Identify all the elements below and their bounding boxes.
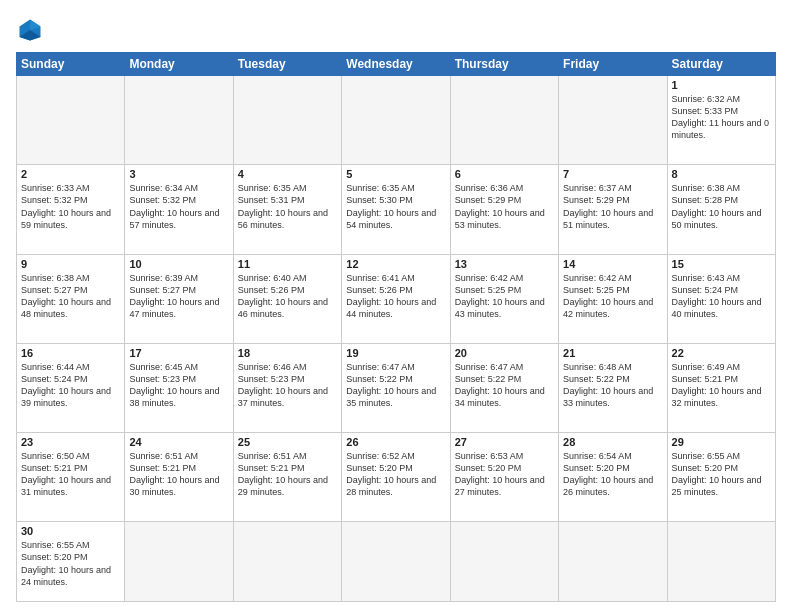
day-number: 11 [238, 258, 337, 270]
day-number: 24 [129, 436, 228, 448]
calendar-cell: 7Sunrise: 6:37 AM Sunset: 5:29 PM Daylig… [559, 165, 667, 254]
day-info: Sunrise: 6:35 AM Sunset: 5:30 PM Dayligh… [346, 182, 445, 231]
day-number: 26 [346, 436, 445, 448]
calendar-cell: 10Sunrise: 6:39 AM Sunset: 5:27 PM Dayli… [125, 254, 233, 343]
calendar-body: 1Sunrise: 6:32 AM Sunset: 5:33 PM Daylig… [17, 76, 776, 602]
day-info: Sunrise: 6:54 AM Sunset: 5:20 PM Dayligh… [563, 450, 662, 499]
day-number: 27 [455, 436, 554, 448]
calendar-cell [233, 76, 341, 165]
day-number: 18 [238, 347, 337, 359]
day-number: 6 [455, 168, 554, 180]
calendar-cell: 20Sunrise: 6:47 AM Sunset: 5:22 PM Dayli… [450, 343, 558, 432]
day-info: Sunrise: 6:53 AM Sunset: 5:20 PM Dayligh… [455, 450, 554, 499]
calendar-cell: 3Sunrise: 6:34 AM Sunset: 5:32 PM Daylig… [125, 165, 233, 254]
calendar-cell: 17Sunrise: 6:45 AM Sunset: 5:23 PM Dayli… [125, 343, 233, 432]
day-info: Sunrise: 6:38 AM Sunset: 5:28 PM Dayligh… [672, 182, 771, 231]
calendar-cell: 18Sunrise: 6:46 AM Sunset: 5:23 PM Dayli… [233, 343, 341, 432]
calendar-week-row: 23Sunrise: 6:50 AM Sunset: 5:21 PM Dayli… [17, 433, 776, 522]
weekday-header-saturday: Saturday [667, 53, 775, 76]
calendar-cell [125, 522, 233, 602]
day-info: Sunrise: 6:39 AM Sunset: 5:27 PM Dayligh… [129, 272, 228, 321]
calendar-cell [125, 76, 233, 165]
calendar-week-row: 9Sunrise: 6:38 AM Sunset: 5:27 PM Daylig… [17, 254, 776, 343]
day-number: 7 [563, 168, 662, 180]
calendar-cell: 12Sunrise: 6:41 AM Sunset: 5:26 PM Dayli… [342, 254, 450, 343]
weekday-header-tuesday: Tuesday [233, 53, 341, 76]
calendar-cell: 26Sunrise: 6:52 AM Sunset: 5:20 PM Dayli… [342, 433, 450, 522]
calendar-week-row: 16Sunrise: 6:44 AM Sunset: 5:24 PM Dayli… [17, 343, 776, 432]
day-number: 22 [672, 347, 771, 359]
calendar-cell: 24Sunrise: 6:51 AM Sunset: 5:21 PM Dayli… [125, 433, 233, 522]
day-info: Sunrise: 6:51 AM Sunset: 5:21 PM Dayligh… [238, 450, 337, 499]
calendar-week-row: 1Sunrise: 6:32 AM Sunset: 5:33 PM Daylig… [17, 76, 776, 165]
day-number: 10 [129, 258, 228, 270]
day-number: 23 [21, 436, 120, 448]
day-number: 4 [238, 168, 337, 180]
day-number: 2 [21, 168, 120, 180]
calendar-cell: 14Sunrise: 6:42 AM Sunset: 5:25 PM Dayli… [559, 254, 667, 343]
day-number: 20 [455, 347, 554, 359]
day-info: Sunrise: 6:55 AM Sunset: 5:20 PM Dayligh… [21, 539, 120, 588]
calendar-cell: 11Sunrise: 6:40 AM Sunset: 5:26 PM Dayli… [233, 254, 341, 343]
calendar-week-row: 2Sunrise: 6:33 AM Sunset: 5:32 PM Daylig… [17, 165, 776, 254]
day-info: Sunrise: 6:38 AM Sunset: 5:27 PM Dayligh… [21, 272, 120, 321]
day-number: 30 [21, 525, 120, 537]
day-info: Sunrise: 6:35 AM Sunset: 5:31 PM Dayligh… [238, 182, 337, 231]
calendar-cell: 21Sunrise: 6:48 AM Sunset: 5:22 PM Dayli… [559, 343, 667, 432]
calendar-cell: 28Sunrise: 6:54 AM Sunset: 5:20 PM Dayli… [559, 433, 667, 522]
day-info: Sunrise: 6:46 AM Sunset: 5:23 PM Dayligh… [238, 361, 337, 410]
logo-area [16, 16, 48, 44]
weekday-header-friday: Friday [559, 53, 667, 76]
day-info: Sunrise: 6:42 AM Sunset: 5:25 PM Dayligh… [455, 272, 554, 321]
calendar-cell [233, 522, 341, 602]
weekday-header-thursday: Thursday [450, 53, 558, 76]
day-info: Sunrise: 6:44 AM Sunset: 5:24 PM Dayligh… [21, 361, 120, 410]
calendar-cell [559, 522, 667, 602]
day-info: Sunrise: 6:37 AM Sunset: 5:29 PM Dayligh… [563, 182, 662, 231]
calendar-cell: 15Sunrise: 6:43 AM Sunset: 5:24 PM Dayli… [667, 254, 775, 343]
day-info: Sunrise: 6:32 AM Sunset: 5:33 PM Dayligh… [672, 93, 771, 142]
day-number: 3 [129, 168, 228, 180]
calendar-header: SundayMondayTuesdayWednesdayThursdayFrid… [17, 53, 776, 76]
calendar-cell: 25Sunrise: 6:51 AM Sunset: 5:21 PM Dayli… [233, 433, 341, 522]
day-info: Sunrise: 6:48 AM Sunset: 5:22 PM Dayligh… [563, 361, 662, 410]
general-blue-icon [16, 16, 44, 44]
calendar-cell [342, 76, 450, 165]
calendar-cell: 16Sunrise: 6:44 AM Sunset: 5:24 PM Dayli… [17, 343, 125, 432]
calendar-table: SundayMondayTuesdayWednesdayThursdayFrid… [16, 52, 776, 602]
day-number: 29 [672, 436, 771, 448]
day-info: Sunrise: 6:36 AM Sunset: 5:29 PM Dayligh… [455, 182, 554, 231]
day-info: Sunrise: 6:43 AM Sunset: 5:24 PM Dayligh… [672, 272, 771, 321]
calendar-cell: 30Sunrise: 6:55 AM Sunset: 5:20 PM Dayli… [17, 522, 125, 602]
calendar-cell: 29Sunrise: 6:55 AM Sunset: 5:20 PM Dayli… [667, 433, 775, 522]
calendar-cell: 8Sunrise: 6:38 AM Sunset: 5:28 PM Daylig… [667, 165, 775, 254]
day-info: Sunrise: 6:42 AM Sunset: 5:25 PM Dayligh… [563, 272, 662, 321]
weekday-header-row: SundayMondayTuesdayWednesdayThursdayFrid… [17, 53, 776, 76]
day-info: Sunrise: 6:40 AM Sunset: 5:26 PM Dayligh… [238, 272, 337, 321]
day-info: Sunrise: 6:51 AM Sunset: 5:21 PM Dayligh… [129, 450, 228, 499]
calendar-cell [450, 522, 558, 602]
day-info: Sunrise: 6:33 AM Sunset: 5:32 PM Dayligh… [21, 182, 120, 231]
day-number: 25 [238, 436, 337, 448]
day-number: 5 [346, 168, 445, 180]
day-number: 19 [346, 347, 445, 359]
header [16, 16, 776, 44]
day-number: 28 [563, 436, 662, 448]
calendar-week-row: 30Sunrise: 6:55 AM Sunset: 5:20 PM Dayli… [17, 522, 776, 602]
day-number: 14 [563, 258, 662, 270]
calendar-cell [17, 76, 125, 165]
calendar-cell [559, 76, 667, 165]
calendar-cell [667, 522, 775, 602]
calendar-cell: 22Sunrise: 6:49 AM Sunset: 5:21 PM Dayli… [667, 343, 775, 432]
day-number: 13 [455, 258, 554, 270]
day-info: Sunrise: 6:45 AM Sunset: 5:23 PM Dayligh… [129, 361, 228, 410]
calendar-cell: 23Sunrise: 6:50 AM Sunset: 5:21 PM Dayli… [17, 433, 125, 522]
day-info: Sunrise: 6:41 AM Sunset: 5:26 PM Dayligh… [346, 272, 445, 321]
calendar-cell: 5Sunrise: 6:35 AM Sunset: 5:30 PM Daylig… [342, 165, 450, 254]
day-number: 16 [21, 347, 120, 359]
day-info: Sunrise: 6:50 AM Sunset: 5:21 PM Dayligh… [21, 450, 120, 499]
calendar-cell [342, 522, 450, 602]
day-info: Sunrise: 6:47 AM Sunset: 5:22 PM Dayligh… [346, 361, 445, 410]
day-number: 17 [129, 347, 228, 359]
day-number: 15 [672, 258, 771, 270]
